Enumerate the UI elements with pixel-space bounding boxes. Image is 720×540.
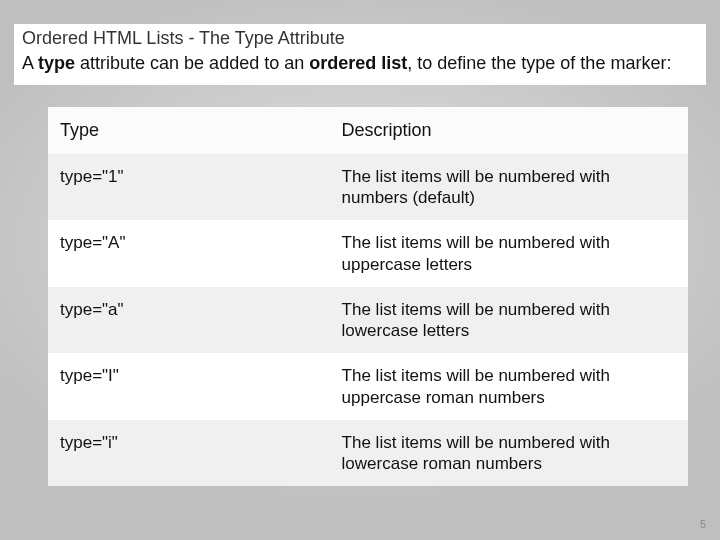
slide-subtitle: A type attribute can be added to an orde… xyxy=(22,51,698,75)
page-number: 5 xyxy=(700,518,706,530)
table-row: type="i" The list items will be numbered… xyxy=(48,420,688,487)
table-row: type="A" The list items will be numbered… xyxy=(48,220,688,287)
cell-description: The list items will be numbered with upp… xyxy=(330,353,688,420)
table-row: type="a" The list items will be numbered… xyxy=(48,287,688,354)
header-box: Ordered HTML Lists - The Type Attribute … xyxy=(14,24,706,85)
subtitle-part: attribute can be added to an xyxy=(75,53,309,73)
subtitle-part: A xyxy=(22,53,38,73)
cell-description: The list items will be numbered with low… xyxy=(330,420,688,487)
col-header-description: Description xyxy=(330,107,688,154)
cell-description: The list items will be numbered with low… xyxy=(330,287,688,354)
cell-type: type="a" xyxy=(48,287,330,354)
subtitle-part: , to define the type of the marker: xyxy=(407,53,671,73)
table-header-row: Type Description xyxy=(48,107,688,154)
cell-type: type="i" xyxy=(48,420,330,487)
col-header-type: Type xyxy=(48,107,330,154)
table-row: type="I" The list items will be numbered… xyxy=(48,353,688,420)
slide: Ordered HTML Lists - The Type Attribute … xyxy=(0,0,720,540)
cell-description: The list items will be numbered with upp… xyxy=(330,220,688,287)
subtitle-bold: ordered list xyxy=(309,53,407,73)
table-row: type="1" The list items will be numbered… xyxy=(48,154,688,221)
cell-description: The list items will be numbered with num… xyxy=(330,154,688,221)
cell-type: type="I" xyxy=(48,353,330,420)
cell-type: type="1" xyxy=(48,154,330,221)
cell-type: type="A" xyxy=(48,220,330,287)
subtitle-bold: type xyxy=(38,53,75,73)
type-attribute-table: Type Description type="1" The list items… xyxy=(48,107,688,486)
slide-title: Ordered HTML Lists - The Type Attribute xyxy=(22,28,698,49)
